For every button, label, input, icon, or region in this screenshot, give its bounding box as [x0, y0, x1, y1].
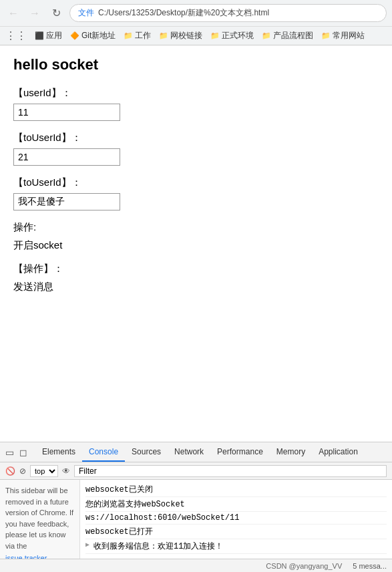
lock-icon: 文件	[78, 7, 94, 19]
nav-bar: ← → ↻ 文件 C:/Users/13253/Desktop/新建%20文本文…	[0, 0, 392, 26]
bookmark-prod[interactable]: 📁 正式环境	[210, 30, 254, 41]
address-bar[interactable]: 文件 C:/Users/13253/Desktop/新建%20文本文档.html	[69, 4, 387, 22]
bookmark-flow-icon: 📁	[262, 31, 271, 40]
bookmark-common-icon: 📁	[321, 31, 331, 40]
bookmark-netschool[interactable]: 📁 网校链接	[159, 30, 202, 41]
message-label: 【toUserId】：	[13, 176, 379, 189]
bookmark-git-icon: 🔶	[70, 31, 79, 40]
operation-label: 【操作】：	[13, 263, 379, 275]
reload-button[interactable]: ↻	[48, 5, 64, 21]
forward-button[interactable]: →	[27, 5, 43, 21]
bookmark-work-label: 工作	[135, 30, 151, 41]
action-label: 操作:	[13, 221, 379, 234]
userid-input[interactable]	[13, 104, 120, 121]
bookmark-git-label: Git新地址	[81, 30, 116, 41]
bookmark-netschool-label: 网校链接	[170, 30, 202, 41]
bookmark-common-label: 常用网站	[333, 30, 365, 41]
send-message-link[interactable]: 发送消息	[13, 281, 379, 293]
bookmark-common[interactable]: 📁 常用网站	[321, 30, 365, 41]
bookmark-netschool-icon: 📁	[159, 31, 168, 40]
bookmark-git[interactable]: 🔶 Git新地址	[70, 30, 116, 41]
page-content: hello socket 【userId】： 【toUserId】： 【toUs…	[0, 45, 392, 420]
url-text: C:/Users/13253/Desktop/新建%20文本文档.html	[98, 7, 269, 19]
bookmarks-bar: ⋮⋮ ⬛ 应用 🔶 Git新地址 📁 工作 📁 网校链接 📁 正式环境 📁 产品…	[0, 26, 392, 45]
touserid-label: 【toUserId】：	[13, 132, 379, 144]
bookmark-apps-label: 应用	[46, 30, 62, 41]
open-socket-link[interactable]: 开启socket	[13, 239, 379, 252]
bookmark-apps[interactable]: ⬛ 应用	[35, 30, 62, 41]
page-title: hello socket	[13, 56, 379, 74]
browser-chrome: ← → ↻ 文件 C:/Users/13253/Desktop/新建%20文本文…	[0, 0, 392, 45]
bookmark-work[interactable]: 📁 工作	[124, 30, 151, 41]
apps-icon[interactable]: ⋮⋮	[5, 29, 27, 42]
message-input[interactable]	[13, 193, 120, 210]
back-button[interactable]: ←	[5, 5, 21, 21]
bookmark-flow-label: 产品流程图	[273, 30, 313, 41]
touserid-input[interactable]	[13, 148, 120, 166]
bookmark-prod-icon: 📁	[210, 31, 220, 40]
bookmark-work-icon: 📁	[124, 31, 133, 40]
bookmark-prod-label: 正式环境	[222, 30, 254, 41]
bookmark-apps-icon: ⬛	[35, 31, 44, 40]
bookmark-flow[interactable]: 📁 产品流程图	[262, 30, 313, 41]
userid-label: 【userId】：	[13, 87, 379, 100]
